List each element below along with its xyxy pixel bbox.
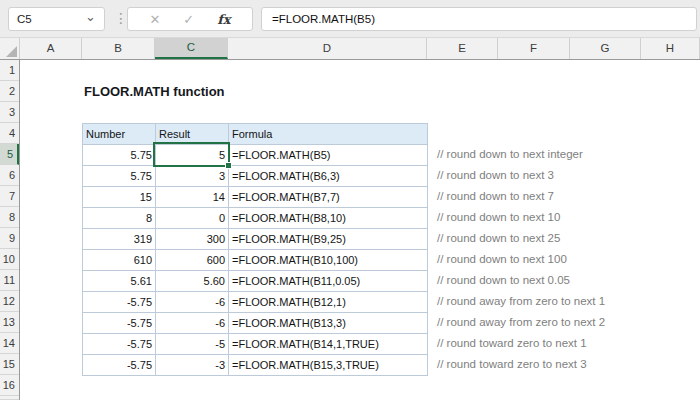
formula-text: =FLOOR.MATH(B5) (272, 13, 375, 25)
cell-result-row12[interactable]: -6 (156, 292, 229, 313)
formula-bar-strip: C5 ⌄ ⋮ ✕ ✓ fx =FLOOR.MATH(B5) (0, 0, 700, 38)
column-header-d[interactable]: D (228, 38, 427, 59)
cell-formula-row6[interactable]: =FLOOR.MATH(B6,3) (229, 166, 428, 187)
column-header-f[interactable]: F (498, 38, 570, 59)
column-header-row: ABCDEFGH (0, 38, 700, 60)
row-header-11[interactable]: 11 (0, 270, 19, 291)
cell-formula-row9[interactable]: =FLOOR.MATH(B9,25) (229, 229, 428, 250)
cell-result-row11[interactable]: 5.60 (156, 271, 229, 292)
cell-result-row8[interactable]: 0 (156, 208, 229, 229)
comment-row9[interactable]: // round down to next 25 (437, 228, 605, 249)
row-headers: 12345678910111213141516 (0, 60, 20, 400)
comment-row14[interactable]: // round toward zero to next 1 (437, 333, 605, 354)
insert-function-icon[interactable]: fx (217, 12, 230, 27)
cell-formula-row14[interactable]: =FLOOR.MATH(B14,1,TRUE) (229, 334, 428, 355)
row-header-12[interactable]: 12 (0, 291, 19, 312)
cell-formula-row13[interactable]: =FLOOR.MATH(B13,3) (229, 313, 428, 334)
enter-icon[interactable]: ✓ (183, 12, 194, 27)
cell-number-row13[interactable]: -5.75 (83, 313, 156, 334)
cell-number-row8[interactable]: 8 (83, 208, 156, 229)
cell-formula-row11[interactable]: =FLOOR.MATH(B11,0.05) (229, 271, 428, 292)
row-header-7[interactable]: 7 (0, 186, 19, 207)
cell-number-row9[interactable]: 319 (83, 229, 156, 250)
column-header-a[interactable]: A (20, 38, 82, 59)
chevron-down-icon[interactable]: ⌄ (85, 13, 96, 21)
row-header-4[interactable]: 4 (0, 123, 19, 144)
row-header-9[interactable]: 9 (0, 228, 19, 249)
row-header-3[interactable]: 3 (0, 102, 19, 123)
comment-row6[interactable]: // round down to next 3 (437, 165, 605, 186)
comment-row10[interactable]: // round down to next 100 (437, 249, 605, 270)
cell-formula-row7[interactable]: =FLOOR.MATH(B7,7) (229, 187, 428, 208)
cell-formula-row8[interactable]: =FLOOR.MATH(B8,10) (229, 208, 428, 229)
column-header-c[interactable]: C (155, 38, 228, 59)
row-header-1[interactable]: 1 (0, 60, 19, 81)
row-header-10[interactable]: 10 (0, 249, 19, 270)
table-header-number[interactable]: Number (83, 124, 156, 145)
comment-row13[interactable]: // round away from zero to next 2 (437, 312, 605, 333)
formula-input[interactable]: =FLOOR.MATH(B5) (261, 7, 697, 31)
row-header-15[interactable]: 15 (0, 354, 19, 375)
column-header-e[interactable]: E (427, 38, 498, 59)
cell-result-row13[interactable]: -6 (156, 313, 229, 334)
sheet-canvas[interactable]: FLOOR.MATH function NumberResultFormula5… (20, 60, 700, 400)
cell-result-row5[interactable]: 5 (156, 145, 229, 166)
cell-formula-row12[interactable]: =FLOOR.MATH(B12,1) (229, 292, 428, 313)
column-header-h[interactable]: H (641, 38, 700, 59)
cell-number-row15[interactable]: -5.75 (83, 355, 156, 376)
select-all-triangle-icon (6, 46, 17, 57)
row-header-stub (0, 396, 19, 400)
cell-number-row14[interactable]: -5.75 (83, 334, 156, 355)
cell-result-row9[interactable]: 300 (156, 229, 229, 250)
row-header-8[interactable]: 8 (0, 207, 19, 228)
comment-row5[interactable]: // round down to next integer (437, 144, 605, 165)
table-header-result[interactable]: Result (156, 124, 229, 145)
comment-row15[interactable]: // round toward zero to next 3 (437, 354, 605, 375)
select-all-corner[interactable] (0, 38, 20, 59)
worksheet: 12345678910111213141516 FLOOR.MATH funct… (0, 60, 700, 400)
cell-number-row7[interactable]: 15 (83, 187, 156, 208)
comment-row7[interactable]: // round down to next 7 (437, 186, 605, 207)
cell-result-row15[interactable]: -3 (156, 355, 229, 376)
comments-column: // round down to next integer// round do… (437, 144, 605, 375)
name-box[interactable]: C5 ⌄ (8, 7, 105, 31)
page-title[interactable]: FLOOR.MATH function (84, 81, 225, 102)
name-box-value: C5 (17, 13, 32, 25)
cell-result-row14[interactable]: -5 (156, 334, 229, 355)
comment-row11[interactable]: // round down to next 0.05 (437, 270, 605, 291)
row-header-16[interactable]: 16 (0, 375, 19, 396)
comment-row12[interactable]: // round away from zero to next 1 (437, 291, 605, 312)
data-table: NumberResultFormula5.755=FLOOR.MATH(B5)5… (82, 123, 428, 376)
formula-buttons-group: ✕ ✓ fx (127, 7, 253, 31)
table-header-formula[interactable]: Formula (229, 124, 428, 145)
cell-number-row6[interactable]: 5.75 (83, 166, 156, 187)
cancel-icon[interactable]: ✕ (149, 12, 160, 27)
cell-result-row10[interactable]: 600 (156, 250, 229, 271)
row-header-13[interactable]: 13 (0, 312, 19, 333)
row-header-6[interactable]: 6 (0, 165, 19, 186)
column-headers: ABCDEFGH (20, 38, 700, 59)
comment-row8[interactable]: // round down to next 10 (437, 207, 605, 228)
cell-result-row6[interactable]: 3 (156, 166, 229, 187)
cell-formula-row5[interactable]: =FLOOR.MATH(B5) (229, 145, 428, 166)
cell-number-row5[interactable]: 5.75 (83, 145, 156, 166)
row-header-5[interactable]: 5 (0, 144, 19, 165)
row-header-2[interactable]: 2 (0, 81, 19, 102)
column-header-b[interactable]: B (82, 38, 155, 59)
cell-number-row10[interactable]: 610 (83, 250, 156, 271)
column-header-g[interactable]: G (570, 38, 641, 59)
cell-formula-row15[interactable]: =FLOOR.MATH(B15,3,TRUE) (229, 355, 428, 376)
cell-number-row11[interactable]: 5.61 (83, 271, 156, 292)
cell-number-row12[interactable]: -5.75 (83, 292, 156, 313)
cell-formula-row10[interactable]: =FLOOR.MATH(B10,100) (229, 250, 428, 271)
separator-dots-icon: ⋮ (114, 8, 128, 29)
row-header-14[interactable]: 14 (0, 333, 19, 354)
cell-result-row7[interactable]: 14 (156, 187, 229, 208)
excel-window: C5 ⌄ ⋮ ✕ ✓ fx =FLOOR.MATH(B5) ABCDEFGH 1… (0, 0, 700, 400)
